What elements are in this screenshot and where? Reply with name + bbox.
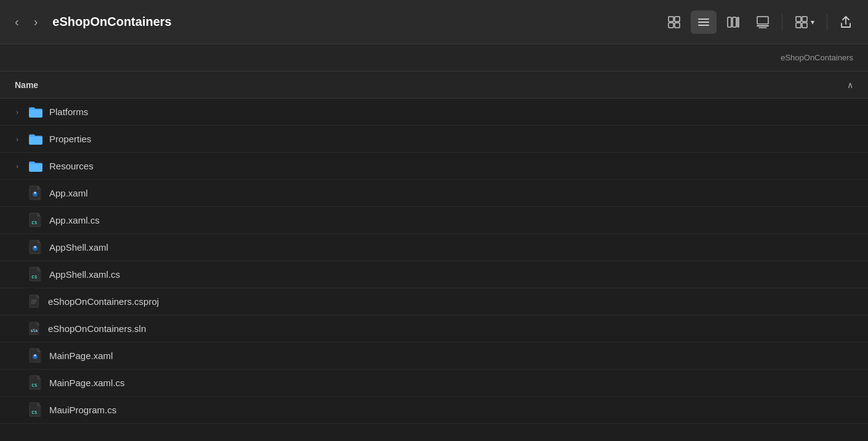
svg-text:cs: cs <box>31 382 38 388</box>
xaml-file-icon <box>28 348 43 364</box>
folder-icon <box>28 133 43 145</box>
file-name: Platforms <box>49 107 88 117</box>
share-button[interactable] <box>834 10 858 34</box>
svg-rect-15 <box>796 23 801 28</box>
view-columns-button[interactable] <box>720 10 746 34</box>
view-group-dropdown-button[interactable]: ▾ <box>789 10 821 34</box>
breadcrumb: eShopOnContainers <box>781 53 853 62</box>
expand-chevron[interactable]: › <box>12 107 22 117</box>
expand-chevron[interactable]: › <box>12 161 22 171</box>
list-item[interactable]: AppShell.xaml <box>0 234 868 261</box>
sort-icon[interactable]: ∧ <box>847 80 853 90</box>
cs-file-icon: cs <box>28 212 43 229</box>
cs-file-icon: cs <box>28 375 43 391</box>
svg-rect-10 <box>757 17 768 24</box>
list-item[interactable]: App.xaml <box>0 180 868 207</box>
column-name-label: Name <box>15 80 38 90</box>
file-name: Resources <box>49 161 94 171</box>
xaml-file-icon <box>28 240 43 256</box>
file-name: eShopOnContainers.csproj <box>48 296 159 307</box>
svg-rect-1 <box>675 17 680 22</box>
view-list-button[interactable] <box>691 10 717 34</box>
list-item[interactable]: › Platforms <box>0 99 868 126</box>
svg-rect-0 <box>669 17 673 22</box>
back-button[interactable]: ‹ <box>10 12 24 31</box>
toolbar: ‹ › eShopOnContainers <box>0 0 868 44</box>
cs-file-icon: cs <box>28 267 43 283</box>
breadcrumb-bar: eShopOnContainers <box>0 44 868 71</box>
svg-rect-8 <box>733 17 736 27</box>
svg-rect-2 <box>669 23 673 28</box>
view-grid-button[interactable] <box>661 10 687 34</box>
list-item[interactable]: cs MainPage.xaml.cs <box>0 370 868 397</box>
file-name: MainPage.xaml <box>49 350 113 361</box>
file-name: eShopOnContainers.sln <box>48 323 146 334</box>
column-header: Name ∧ <box>0 71 868 99</box>
list-item[interactable]: MainPage.xaml <box>0 342 868 370</box>
file-name: App.xaml.cs <box>49 215 100 225</box>
view-gallery-button[interactable] <box>750 10 776 34</box>
file-name: MainPage.xaml.cs <box>49 378 125 388</box>
grid-icon <box>667 15 681 29</box>
list-item[interactable]: cs App.xaml.cs <box>0 207 868 234</box>
list-item[interactable]: › Resources <box>0 153 868 180</box>
file-name: MauiProgram.cs <box>49 405 116 415</box>
window-title: eShopOnContainers <box>52 15 661 29</box>
list-item[interactable]: eShopOnContainers.csproj <box>0 288 868 315</box>
toolbar-separator-2 <box>827 14 827 31</box>
sln-file-icon: sln <box>28 321 42 337</box>
columns-icon <box>726 15 740 29</box>
svg-rect-13 <box>796 17 801 22</box>
file-name: App.xaml <box>49 188 88 198</box>
file-name: Properties <box>49 134 91 144</box>
expand-chevron[interactable]: › <box>12 134 22 144</box>
gallery-icon <box>756 15 770 29</box>
dropdown-arrow-icon: ▾ <box>811 18 814 26</box>
toolbar-separator <box>782 14 782 31</box>
svg-text:sln: sln <box>31 328 38 333</box>
svg-rect-14 <box>802 17 807 22</box>
list-item[interactable]: sln eShopOnContainers.sln <box>0 315 868 342</box>
file-name: AppShell.xaml <box>49 242 108 253</box>
svg-rect-7 <box>728 17 731 27</box>
group-icon <box>795 15 808 29</box>
svg-text:cs: cs <box>31 410 38 415</box>
folder-icon <box>28 106 43 118</box>
svg-rect-9 <box>737 17 739 27</box>
folder-icon <box>28 160 43 172</box>
svg-rect-3 <box>675 23 680 28</box>
file-name: AppShell.xaml.cs <box>49 269 120 280</box>
list-icon <box>697 15 710 29</box>
file-list: › Platforms › Properties › Resources <box>0 99 868 424</box>
svg-rect-16 <box>802 23 807 28</box>
svg-text:cs: cs <box>31 274 38 280</box>
generic-file-icon <box>28 294 42 310</box>
share-icon <box>840 15 852 29</box>
list-item[interactable]: cs MauiProgram.cs <box>0 397 868 424</box>
toolbar-actions: ▾ <box>661 10 858 34</box>
xaml-file-icon <box>28 185 43 201</box>
navigation-buttons: ‹ › <box>10 12 42 31</box>
list-item[interactable]: cs AppShell.xaml.cs <box>0 261 868 288</box>
forward-button[interactable]: › <box>29 12 43 31</box>
svg-text:cs: cs <box>31 220 38 225</box>
list-item[interactable]: › Properties <box>0 126 868 153</box>
cs-file-icon: cs <box>28 402 43 418</box>
